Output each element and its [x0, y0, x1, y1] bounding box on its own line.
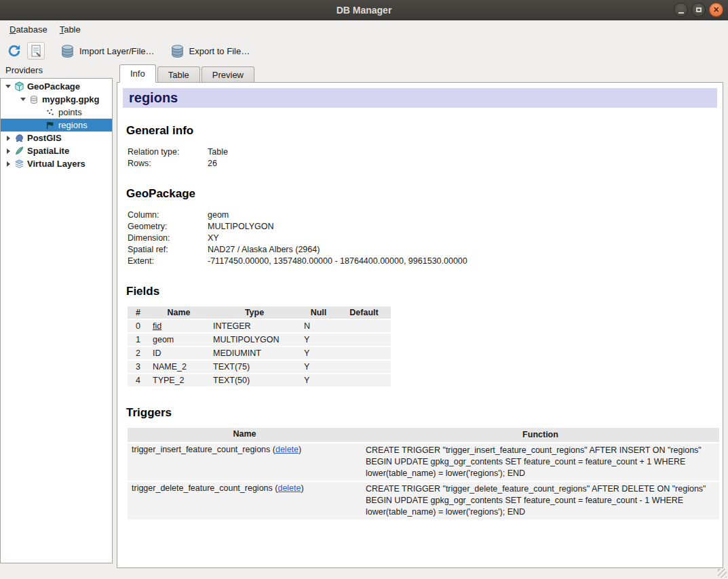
collapse-arrow-icon[interactable] — [18, 98, 28, 101]
info-value: MULTIPOLYGON — [208, 220, 467, 232]
import-layer-label: Import Layer/File… — [79, 46, 155, 56]
trigger-name: trigger_insert_feature_count_regions — [132, 445, 273, 454]
trigger-name-cell: trigger_delete_feature_count_regions del… — [128, 481, 362, 520]
menu-item-database[interactable]: Database — [3, 22, 54, 37]
delete-link[interactable]: delete — [275, 445, 299, 454]
table-cell-primary-key: fid — [149, 319, 209, 333]
tree-item-mygpkg[interactable]: mygpkg.gpkg — [1, 93, 112, 106]
page-title-banner: regions — [123, 88, 717, 108]
info-row: Relation type: Table — [128, 146, 228, 157]
fields-heading: Fields — [126, 285, 717, 298]
info-label: Geometry: — [128, 220, 208, 232]
trigger-row: trigger_delete_feature_count_regions del… — [128, 481, 719, 520]
window-controls — [674, 3, 723, 17]
info-value: -7117450.00000, 1357480.00000 - 18764400… — [208, 255, 467, 266]
sql-window-icon — [29, 44, 43, 58]
table-cell: 4 — [128, 374, 149, 387]
spatialite-icon — [13, 146, 25, 156]
info-panel: regions General info Relation type: Tabl… — [117, 82, 723, 568]
refresh-button[interactable] — [7, 43, 22, 58]
minimize-icon — [678, 12, 684, 14]
table-cell: 1 — [128, 333, 149, 346]
table-cell: geom — [149, 333, 209, 346]
providers-tree: GeoPackage mygpkg.gpkg — [0, 78, 113, 563]
info-row: Geometry: MULTIPOLYGON — [128, 220, 467, 232]
table-header-cell: Default — [337, 306, 391, 319]
maximize-button[interactable] — [691, 3, 706, 17]
tree-item-regions[interactable]: regions — [1, 119, 112, 132]
tree-item-virtual-layers[interactable]: Virtual Layers — [1, 157, 112, 170]
tree-item-spatialite[interactable]: SpatiaLite — [1, 144, 112, 157]
tree-item-geopackage[interactable]: GeoPackage — [1, 80, 112, 93]
table-cell — [337, 333, 391, 346]
table-row: 3 NAME_2 TEXT(75) Y — [128, 360, 391, 374]
db-manager-window: DB Manager Database Table — [0, 0, 728, 579]
refresh-icon — [7, 43, 22, 58]
tree-item-label: PostGIS — [25, 133, 62, 143]
main-area: Providers GeoPackage — [0, 64, 728, 579]
table-row: 4 TYPE_2 TEXT(50) Y — [128, 374, 391, 387]
table-cell — [337, 319, 391, 333]
info-value: geom — [208, 209, 467, 220]
table-cell: Y — [300, 360, 337, 374]
content-panel: Info Table Preview regions General info … — [113, 64, 728, 579]
table-cell: Y — [300, 346, 337, 360]
tab-info[interactable]: Info — [119, 64, 156, 83]
info-label: Extent: — [128, 255, 208, 266]
tree-item-points[interactable]: points — [1, 106, 112, 119]
menubar: Database Table — [0, 20, 728, 38]
database-export-icon — [170, 43, 185, 59]
minimize-button[interactable] — [674, 3, 688, 17]
tab-table[interactable]: Table — [157, 66, 200, 82]
general-info-heading: General info — [126, 124, 717, 138]
trigger-function-cell: CREATE TRIGGER "trigger_delete_feature_c… — [362, 481, 719, 520]
table-header-cell: Name — [128, 428, 362, 443]
sql-window-button[interactable] — [27, 42, 45, 60]
virtual-layers-icon — [13, 159, 25, 169]
fields-table: # Name Type Null Default 0 fid INTEGER N — [128, 306, 391, 388]
titlebar[interactable]: DB Manager — [0, 0, 728, 20]
table-header-cell: # — [128, 306, 149, 319]
delete-link[interactable]: delete — [277, 483, 301, 493]
points-layer-icon — [44, 108, 56, 117]
tree-item-label: regions — [56, 120, 88, 130]
table-cell — [337, 346, 391, 360]
tree-item-label: Virtual Layers — [25, 159, 85, 169]
tab-bar: Info Table Preview — [117, 64, 723, 82]
table-header-cell: Null — [300, 306, 337, 319]
table-cell: TYPE_2 — [149, 374, 209, 387]
triggers-heading: Triggers — [126, 406, 717, 420]
export-file-button[interactable]: Export to File… — [170, 43, 250, 59]
info-row: Rows: 26 — [128, 157, 228, 169]
trigger-name-cell: trigger_insert_feature_count_regions del… — [128, 443, 362, 481]
table-cell: INTEGER — [209, 319, 300, 333]
resize-grip[interactable] — [718, 569, 727, 578]
window-title: DB Manager — [0, 5, 728, 16]
tree-item-label: GeoPackage — [25, 81, 80, 92]
info-label: Column: — [128, 209, 208, 220]
tab-preview[interactable]: Preview — [202, 66, 254, 82]
expand-arrow-icon[interactable] — [3, 161, 13, 167]
toolbar: Import Layer/File… Export to File… — [0, 38, 728, 64]
regions-layer-icon — [44, 121, 56, 130]
tree-item-postgis[interactable]: PostGIS — [1, 132, 112, 144]
export-file-label: Export to File… — [189, 46, 250, 56]
info-value: XY — [208, 232, 467, 243]
menu-item-table[interactable]: Table — [54, 22, 87, 37]
info-value: Table — [208, 146, 228, 157]
close-icon — [713, 3, 719, 16]
table-cell: Y — [300, 374, 337, 387]
expand-arrow-icon[interactable] — [3, 148, 13, 154]
close-button[interactable] — [709, 3, 723, 17]
info-label: Dimension: — [128, 232, 208, 243]
import-layer-button[interactable]: Import Layer/File… — [60, 43, 155, 59]
collapse-arrow-icon[interactable] — [3, 85, 13, 88]
database-icon — [28, 95, 40, 104]
table-cell: 2 — [128, 346, 149, 360]
expand-arrow-icon[interactable] — [3, 136, 13, 141]
table-cell: TEXT(50) — [209, 374, 300, 387]
table-cell: TEXT(75) — [209, 360, 300, 374]
table-cell: 3 — [128, 360, 149, 374]
table-header-cell: Type — [209, 306, 300, 319]
geopackage-icon — [13, 81, 25, 92]
